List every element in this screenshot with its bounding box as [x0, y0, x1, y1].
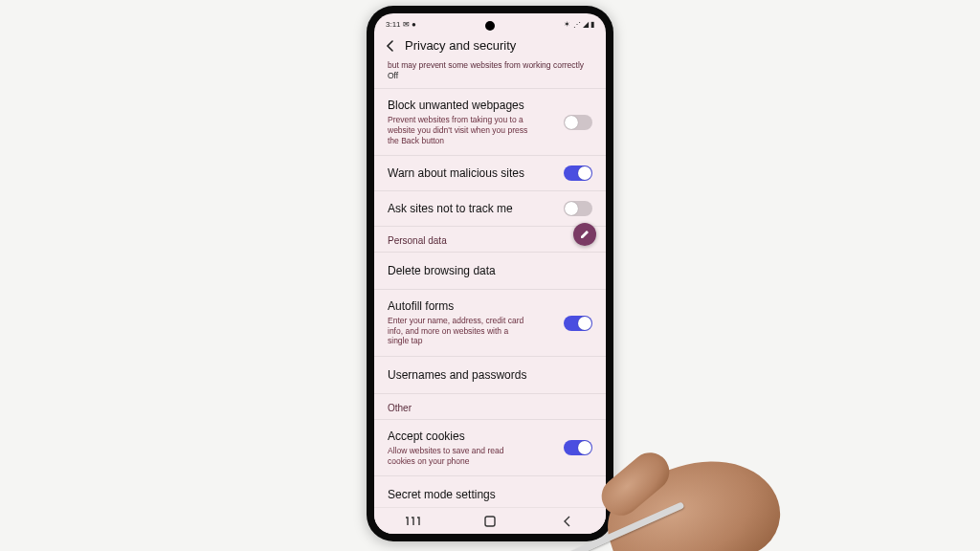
section-other: Other — [374, 394, 606, 420]
toggle-block-unwanted[interactable] — [564, 115, 592, 130]
phone-screen: 3:11 ✉ ● ✶ ⋰ ◢ ▮ Privacy and security bu… — [374, 13, 606, 534]
row-delete-browsing-data[interactable]: Delete browsing data — [374, 253, 606, 290]
back-icon[interactable] — [384, 39, 397, 53]
front-camera — [485, 21, 495, 31]
row-secret-mode-settings[interactable]: Secret mode settings — [374, 476, 606, 507]
status-time: 3:11 — [386, 20, 401, 29]
toggle-warn-malicious[interactable] — [564, 165, 592, 181]
row-autofill-forms[interactable]: Autofill forms Enter your name, address,… — [374, 290, 606, 357]
row-accept-cookies[interactable]: Accept cookies Allow websites to save an… — [374, 420, 606, 476]
partial-scrolled-item[interactable]: but may prevent some websites from worki… — [374, 60, 606, 89]
row-usernames-passwords[interactable]: Usernames and passwords — [374, 357, 606, 394]
nav-back-icon[interactable] — [556, 514, 579, 529]
settings-list[interactable]: but may prevent some websites from worki… — [374, 60, 606, 507]
edit-fab[interactable] — [573, 223, 596, 246]
nav-home-icon[interactable] — [479, 514, 501, 529]
row-warn-malicious-sites[interactable]: Warn about malicious sites — [374, 156, 606, 191]
phone-frame: 3:11 ✉ ● ✶ ⋰ ◢ ▮ Privacy and security bu… — [367, 6, 613, 541]
toggle-do-not-track[interactable] — [564, 201, 592, 216]
row-do-not-track[interactable]: Ask sites not to track me — [374, 191, 606, 227]
section-personal-data: Personal data — [374, 227, 606, 253]
title-bar: Privacy and security — [374, 33, 606, 60]
toggle-accept-cookies[interactable] — [564, 440, 592, 455]
android-nav-bar — [374, 507, 606, 534]
status-left-icons: ✉ ● — [403, 20, 416, 29]
toggle-autofill-forms[interactable] — [564, 316, 592, 331]
svg-rect-0 — [485, 517, 495, 526]
nav-recents-icon[interactable] — [401, 514, 424, 529]
page-title: Privacy and security — [405, 38, 516, 53]
status-right-icons: ✶ ⋰ ◢ ▮ — [564, 20, 594, 29]
row-block-unwanted-webpages[interactable]: Block unwanted webpages Prevent websites… — [374, 89, 606, 156]
